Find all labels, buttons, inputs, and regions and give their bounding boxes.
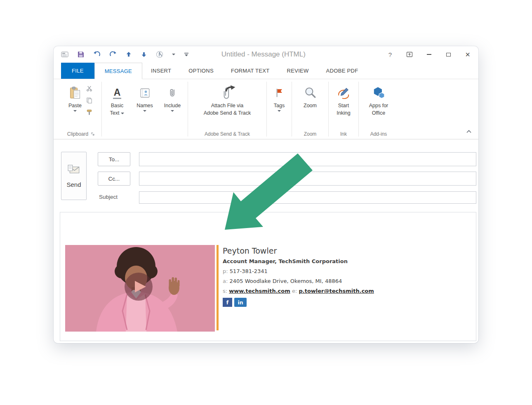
signature-block: Peyton Towler Account Manager, TechSmith… xyxy=(223,246,462,307)
attach-file-adobe-button[interactable]: Attach File via Adobe Send & Track xyxy=(202,82,253,129)
basic-text-dropdown-icon xyxy=(121,113,124,114)
tab-file[interactable]: FILE xyxy=(61,63,94,79)
ink-group-label: Ink xyxy=(340,131,347,137)
addins-group-label: Add-ins xyxy=(370,131,387,137)
undo-icon[interactable] xyxy=(93,51,101,58)
window-title: Untitled - Message (HTML) xyxy=(221,46,306,63)
minimize-icon[interactable] xyxy=(425,49,433,59)
dialog-launcher-icon[interactable] xyxy=(91,131,94,137)
close-icon[interactable]: × xyxy=(464,49,472,59)
basic-text-group: A Basic Text xyxy=(102,79,132,139)
apps-for-office-button[interactable]: Apps for Office xyxy=(367,82,390,129)
basic-text-icon: A xyxy=(113,87,122,99)
signature-phone-line: p: 517-381-2341 xyxy=(223,268,462,274)
adobe-send-track-group: Attach File via Adobe Send & Track Adobe… xyxy=(188,79,266,139)
window-controls: ? × xyxy=(386,49,478,59)
send-envelope-icon xyxy=(67,164,80,177)
names-group: Names xyxy=(132,79,157,139)
titlebar: Untitled - Message (HTML) ? × xyxy=(54,46,478,63)
collapse-ribbon-icon[interactable] xyxy=(466,127,472,135)
include-paperclip-icon xyxy=(167,84,178,101)
adobe-group-label: Adobe Send & Track xyxy=(205,131,250,137)
message-icon xyxy=(61,52,68,57)
tags-button[interactable]: Tags xyxy=(272,82,286,129)
clipboard-group-label: Clipboard xyxy=(67,131,88,137)
move-down-icon[interactable] xyxy=(141,51,147,58)
signature-video-thumbnail[interactable] xyxy=(65,245,215,332)
start-inking-button[interactable]: Start Inking xyxy=(335,82,352,129)
facebook-icon[interactable]: f xyxy=(223,298,232,307)
names-icon xyxy=(139,84,151,101)
copy-button[interactable] xyxy=(83,95,95,106)
zoom-group: Zoom Zoom xyxy=(292,79,328,139)
message-body[interactable]: Peyton Towler Account Manager, TechSmith… xyxy=(60,212,476,341)
paste-icon xyxy=(68,84,82,101)
outlook-message-window: Untitled - Message (HTML) ? × FILE MESSA… xyxy=(54,46,478,343)
quick-access-toolbar xyxy=(54,51,189,58)
ribbon-display-options-icon[interactable] xyxy=(405,49,414,59)
send-button[interactable]: Send xyxy=(61,152,87,200)
customize-qat-icon[interactable] xyxy=(184,52,189,57)
addins-group: Apps for Office Add-ins xyxy=(359,79,398,139)
zoom-icon xyxy=(304,84,317,101)
zoom-button[interactable]: Zoom xyxy=(302,82,318,129)
signature-accent-bar xyxy=(217,245,219,330)
compose-header: Send To... Cc... Subject xyxy=(54,139,478,212)
format-painter-button[interactable] xyxy=(83,107,95,118)
save-icon[interactable] xyxy=(77,51,85,58)
email-link[interactable]: p.towler@techsmith.com xyxy=(299,288,374,294)
signature-links-line: s: www.techsmith.com e: p.towler@techsmi… xyxy=(223,288,462,294)
video-play-icon xyxy=(125,273,153,301)
maximize-icon[interactable] xyxy=(444,49,452,59)
signature-address-line: a: 2405 Woodlake Drive, Okemos, MI, 4886… xyxy=(223,278,462,284)
move-up-icon[interactable] xyxy=(125,51,132,58)
ribbon: Paste xyxy=(54,79,478,139)
clipboard-group: Paste xyxy=(60,79,101,139)
names-dropdown-icon xyxy=(143,110,146,112)
to-input[interactable] xyxy=(139,152,476,166)
tab-format-text[interactable]: FORMAT TEXT xyxy=(222,63,278,79)
paste-dropdown-icon[interactable] xyxy=(73,110,77,112)
website-link[interactable]: www.techsmith.com xyxy=(229,288,290,294)
touch-mode-icon[interactable] xyxy=(156,51,163,58)
paste-button[interactable]: Paste xyxy=(67,82,83,129)
redo-icon[interactable] xyxy=(109,51,117,58)
help-icon[interactable]: ? xyxy=(386,49,394,59)
qat-dropdown-icon[interactable] xyxy=(172,54,175,55)
clipboard-mini-buttons xyxy=(83,82,95,129)
tags-dropdown-icon xyxy=(278,110,281,112)
start-inking-icon xyxy=(337,84,350,101)
tags-group: Tags xyxy=(267,79,292,139)
signature-social-row: f in xyxy=(223,298,462,307)
tab-options[interactable]: OPTIONS xyxy=(180,63,222,79)
desktop-background: Untitled - Message (HTML) ? × FILE MESSA… xyxy=(0,0,532,405)
tab-insert[interactable]: INSERT xyxy=(142,63,180,79)
cut-button[interactable] xyxy=(83,83,95,94)
zoom-group-label: Zoom xyxy=(304,131,317,137)
cc-button[interactable]: Cc... xyxy=(98,172,130,186)
tab-message[interactable]: MESSAGE xyxy=(94,63,142,79)
subject-input[interactable] xyxy=(139,191,476,204)
tab-review[interactable]: REVIEW xyxy=(278,63,318,79)
signature-name: Peyton Towler xyxy=(223,246,462,255)
include-button[interactable]: Include xyxy=(162,82,182,129)
basic-text-button[interactable]: A Basic Text xyxy=(108,82,126,129)
subject-label: Subject xyxy=(99,194,118,200)
ink-group: Start Inking Ink xyxy=(329,79,358,139)
apps-for-office-icon xyxy=(372,84,385,101)
ribbon-tab-row: FILE MESSAGE INSERT OPTIONS FORMAT TEXT … xyxy=(54,63,478,79)
to-button[interactable]: To... xyxy=(98,152,130,166)
names-button[interactable]: Names xyxy=(135,82,155,129)
tab-adobe-pdf[interactable]: ADOBE PDF xyxy=(318,63,367,79)
signature-title-line: Account Manager, TechSmith Corporation xyxy=(223,258,462,264)
cc-input[interactable] xyxy=(139,172,476,186)
linkedin-icon[interactable]: in xyxy=(234,298,247,307)
adobe-attach-icon xyxy=(219,84,236,101)
tags-flag-icon xyxy=(274,84,285,101)
include-dropdown-icon xyxy=(171,110,174,112)
include-group: Include xyxy=(157,79,188,139)
